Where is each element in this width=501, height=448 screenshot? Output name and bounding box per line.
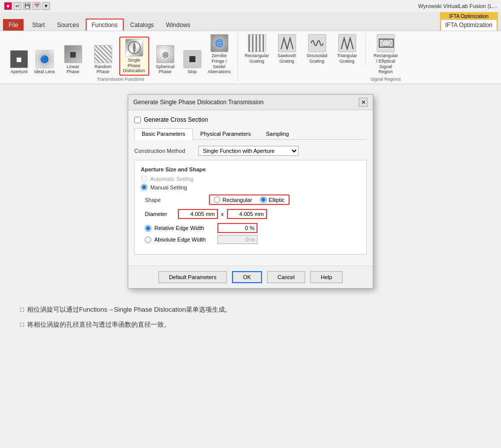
automatic-setting-radio[interactable]	[141, 175, 147, 182]
sinusoidal-grating-label: Sinusoidal Grating	[305, 53, 329, 64]
ribbon-items-signal: Rectangular / Elliptical Signal Region	[372, 33, 400, 76]
notes-section: □ 相位涡旋可以通过Functions→Single Phase Disloca…	[10, 299, 491, 338]
dialog-title: Generate Single Phase Dislocation Transm…	[133, 99, 359, 106]
absolute-edge-label: Absolute Edge Width	[154, 237, 214, 243]
quick-icon-dropdown[interactable]: ▼	[42, 2, 50, 10]
cancel-button[interactable]: Cancel	[267, 271, 305, 283]
aperture-section-box: Aperture Size and Shape Automatic Settin…	[134, 160, 367, 255]
single-phase-label: Single Phase Dislocation	[122, 58, 146, 74]
ideal-lens-label: Ideal Lens	[34, 69, 55, 75]
ribbon-item-rect-grating[interactable]: Rectangular Grating	[243, 33, 271, 65]
stop-icon	[183, 50, 201, 68]
rect-signal-label: Rectangular / Elliptical Signal Region	[374, 53, 398, 75]
tab-sampling[interactable]: Sampling	[259, 128, 297, 139]
construction-method-select[interactable]: Single Function with Aperture	[198, 146, 299, 156]
random-phase-label: Random Phase	[91, 64, 115, 75]
transmission-group-label: Transmission Functions	[97, 77, 144, 82]
ideal-lens-icon: 🔵	[36, 50, 54, 68]
top-bar: ■ ↩ 💾 📅 ▼ Wyrowski VirtualLab Fusion (L.…	[0, 0, 501, 84]
ribbon-item-ideal-lens[interactable]: 🔵 Ideal Lens	[32, 49, 57, 76]
note-item-1: □ 相位涡旋可以通过Functions→Single Phase Disloca…	[20, 304, 481, 315]
tab-functions[interactable]: Functions	[86, 19, 124, 31]
single-phase-icon	[125, 39, 143, 57]
shape-rectangular-label: Rectangular	[222, 197, 252, 203]
ribbon-item-rect-signal[interactable]: Rectangular / Elliptical Signal Region	[372, 33, 400, 76]
manual-setting-radio[interactable]	[141, 184, 147, 190]
absolute-edge-radio[interactable]	[145, 237, 151, 243]
ribbon-group-signal: Rectangular / Elliptical Signal Region S…	[367, 33, 405, 82]
random-phase-icon	[94, 45, 112, 63]
quick-icon-2[interactable]: 💾	[23, 2, 31, 10]
automatic-setting-row: Automatic Setting	[141, 175, 360, 182]
ribbon-item-sinusoidal-grating[interactable]: Sinusoidal Grating	[303, 33, 331, 65]
construction-method-label: Construction Method	[134, 148, 194, 154]
ribbon-item-linear-phase[interactable]: ▦ Linear Phase	[59, 44, 87, 76]
help-button[interactable]: Help	[310, 271, 343, 283]
ifta-tab-group: IFTA Optimization IFTA Optimization	[440, 12, 498, 31]
triangular-grating-icon	[338, 34, 356, 52]
ribbon-item-stop[interactable]: Stop	[181, 49, 203, 76]
diameter-x-input[interactable]	[178, 209, 218, 219]
aperture-icon: ◼	[10, 50, 28, 68]
app-title: Wyrowski VirtualLab Fusion (L...	[418, 3, 497, 9]
relative-edge-input[interactable]	[217, 223, 258, 233]
dialog-footer: Default Parameters OK Cancel Help	[128, 266, 373, 288]
sawtooth-grating-icon	[278, 34, 296, 52]
default-parameters-button[interactable]: Default Parameters	[158, 271, 227, 283]
tab-basic-parameters[interactable]: Basic Parameters	[134, 128, 193, 140]
note-bullet-2: □	[20, 319, 24, 330]
tab-windows[interactable]: Windows	[160, 19, 196, 31]
ribbon-content: ◼ Aperture 🔵 Ideal Lens ▦ Linear Phase R…	[0, 31, 501, 84]
rect-grating-icon	[248, 34, 266, 52]
ribbon-item-triangular-grating[interactable]: Triangular Grating	[333, 33, 361, 65]
quick-icon-3[interactable]: 📅	[33, 2, 41, 10]
tab-physical-parameters[interactable]: Physical Parameters	[193, 128, 259, 139]
automatic-setting-label: Automatic Setting	[150, 176, 193, 182]
triangular-grating-label: Triangular Grating	[335, 53, 359, 64]
svg-rect-2	[189, 56, 195, 62]
linear-phase-label: Linear Phase	[61, 64, 85, 75]
tab-sources[interactable]: Sources	[52, 19, 85, 31]
shape-elliptic-label: Elliptic	[269, 197, 285, 203]
ribbon-items-grating: Rectangular Grating Sawtooth Grating Sin…	[243, 33, 361, 65]
ribbon-group-transmission: ◼ Aperture 🔵 Ideal Lens ▦ Linear Phase R…	[4, 33, 238, 82]
shape-elliptic-radio[interactable]	[260, 196, 267, 203]
app-icon: ■	[4, 2, 12, 10]
edge-section: Relative Edge Width Absolute Edge Width	[145, 223, 360, 244]
absolute-edge-input[interactable]	[217, 235, 258, 244]
zernike-label: Zernike Fringe / Seidel Aberrations	[207, 53, 231, 75]
ribbon-item-aperture[interactable]: ◼ Aperture	[8, 49, 30, 76]
quick-icon-1[interactable]: ↩	[14, 2, 22, 10]
absolute-edge-row: Absolute Edge Width	[145, 235, 360, 244]
tab-file[interactable]: File	[3, 19, 24, 31]
shape-options: Rectangular Elliptic	[209, 194, 290, 205]
diameter-label: Diameter	[145, 211, 175, 217]
aperture-label: Aperture	[11, 69, 28, 75]
generate-cross-section-checkbox[interactable]	[134, 117, 141, 123]
dialog-titlebar: Generate Single Phase Dislocation Transm…	[128, 95, 373, 110]
tab-ifta[interactable]: IFTA Optimization	[441, 20, 497, 31]
ribbon-item-spherical-phase[interactable]: ◎ Spherical Phase	[151, 44, 179, 76]
relative-edge-row: Relative Edge Width	[145, 223, 360, 233]
construction-method-row: Construction Method Single Function with…	[134, 146, 367, 156]
relative-edge-radio[interactable]	[145, 225, 151, 232]
ok-button[interactable]: OK	[232, 271, 262, 283]
ribbon-item-zernike[interactable]: 🌀 Zernike Fringe / Seidel Aberrations	[205, 33, 233, 76]
ribbon-group-grating: Rectangular Grating Sawtooth Grating Sin…	[239, 33, 366, 66]
aperture-section-title: Aperture Size and Shape	[141, 166, 360, 172]
generate-cross-section-row: Generate Cross Section	[134, 116, 367, 123]
dialog-close-button[interactable]: ✕	[359, 98, 368, 107]
dialog-tabs: Basic Parameters Physical Parameters Sam…	[134, 128, 367, 140]
tab-start[interactable]: Start	[27, 19, 50, 31]
sawtooth-grating-label: Sawtooth Grating	[275, 53, 299, 64]
dialog-body: Generate Cross Section Basic Parameters …	[128, 110, 373, 266]
shape-rectangular-radio[interactable]	[214, 196, 220, 203]
manual-setting-label: Manual Setting	[150, 184, 187, 190]
note-item-2: □ 将相位涡旋的孔径直径与透过率函数的直径一致。	[20, 319, 481, 330]
diameter-y-input[interactable]	[227, 209, 267, 219]
title-bar: ■ ↩ 💾 📅 ▼ Wyrowski VirtualLab Fusion (L.…	[0, 0, 501, 12]
ribbon-item-random-phase[interactable]: Random Phase	[89, 44, 117, 76]
ribbon-item-single-phase[interactable]: Single Phase Dislocation	[119, 37, 149, 76]
ribbon-item-sawtooth-grating[interactable]: Sawtooth Grating	[273, 33, 301, 65]
tab-catalogs[interactable]: Catalogs	[125, 19, 159, 31]
